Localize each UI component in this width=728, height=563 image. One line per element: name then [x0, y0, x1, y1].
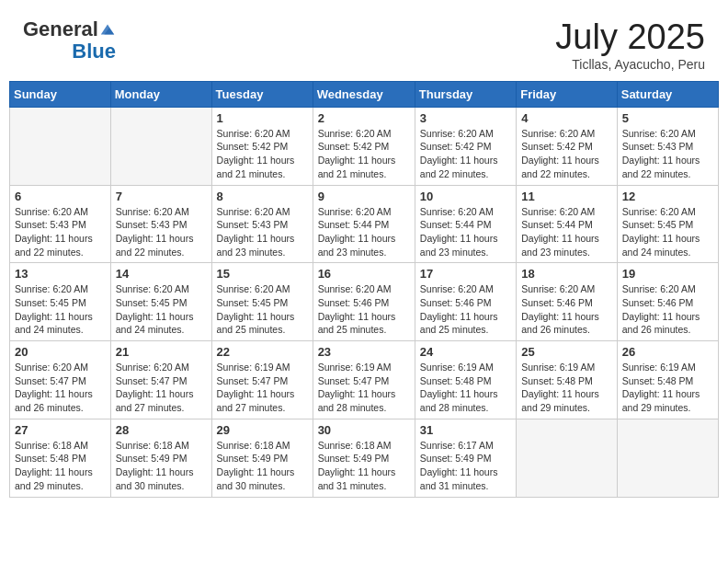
calendar-cell: 26Sunrise: 6:19 AMSunset: 5:48 PMDayligh… [617, 341, 718, 419]
day-number: 22 [217, 345, 308, 359]
week-row-5: 27Sunrise: 6:18 AMSunset: 5:48 PMDayligh… [10, 419, 719, 497]
day-number: 15 [217, 267, 308, 281]
day-number: 17 [420, 267, 511, 281]
logo-blue-text: Blue [72, 40, 116, 63]
calendar-cell: 1Sunrise: 6:20 AMSunset: 5:42 PMDaylight… [211, 107, 313, 185]
cell-info: Sunrise: 6:19 AMSunset: 5:47 PMDaylight:… [318, 361, 410, 415]
cell-info: Sunrise: 6:20 AMSunset: 5:44 PMDaylight:… [420, 205, 511, 259]
weekday-header-saturday: Saturday [617, 81, 718, 107]
calendar-cell: 9Sunrise: 6:20 AMSunset: 5:44 PMDaylight… [313, 185, 415, 263]
cell-info: Sunrise: 6:20 AMSunset: 5:42 PMDaylight:… [318, 127, 410, 181]
cell-info: Sunrise: 6:20 AMSunset: 5:43 PMDaylight:… [116, 205, 207, 259]
weekday-header-tuesday: Tuesday [211, 81, 313, 107]
day-number: 24 [420, 345, 511, 359]
cell-info: Sunrise: 6:20 AMSunset: 5:43 PMDaylight:… [622, 127, 713, 181]
cell-info: Sunrise: 6:20 AMSunset: 5:45 PMDaylight:… [116, 282, 207, 337]
calendar-cell: 21Sunrise: 6:20 AMSunset: 5:47 PMDayligh… [110, 341, 211, 419]
calendar-cell: 29Sunrise: 6:18 AMSunset: 5:49 PMDayligh… [211, 419, 313, 497]
day-number: 29 [217, 423, 308, 437]
logo-general-text: General [23, 18, 98, 40]
day-number: 21 [116, 345, 207, 359]
day-number: 2 [318, 111, 410, 125]
cell-info: Sunrise: 6:18 AMSunset: 5:49 PMDaylight:… [318, 439, 410, 493]
cell-info: Sunrise: 6:20 AMSunset: 5:46 PMDaylight:… [622, 282, 713, 337]
calendar-cell: 23Sunrise: 6:19 AMSunset: 5:47 PMDayligh… [313, 341, 415, 419]
calendar-cell: 30Sunrise: 6:18 AMSunset: 5:49 PMDayligh… [313, 419, 415, 497]
weekday-header-monday: Monday [110, 81, 211, 107]
week-row-2: 6Sunrise: 6:20 AMSunset: 5:43 PMDaylight… [10, 185, 719, 263]
day-number: 4 [521, 111, 612, 125]
cell-info: Sunrise: 6:20 AMSunset: 5:46 PMDaylight:… [318, 282, 410, 337]
weekday-header-wednesday: Wednesday [313, 81, 415, 107]
calendar-cell: 15Sunrise: 6:20 AMSunset: 5:45 PMDayligh… [211, 263, 313, 341]
calendar-cell: 2Sunrise: 6:20 AMSunset: 5:42 PMDaylight… [313, 107, 415, 185]
calendar-cell: 25Sunrise: 6:19 AMSunset: 5:48 PMDayligh… [517, 341, 618, 419]
cell-info: Sunrise: 6:20 AMSunset: 5:45 PMDaylight:… [15, 282, 106, 337]
day-number: 16 [318, 267, 410, 281]
calendar-cell: 7Sunrise: 6:20 AMSunset: 5:43 PMDaylight… [110, 185, 211, 263]
calendar-cell: 24Sunrise: 6:19 AMSunset: 5:48 PMDayligh… [415, 341, 516, 419]
day-number: 12 [622, 190, 713, 203]
calendar-cell: 28Sunrise: 6:18 AMSunset: 5:49 PMDayligh… [110, 419, 211, 497]
cell-info: Sunrise: 6:20 AMSunset: 5:46 PMDaylight:… [521, 282, 612, 337]
day-number: 19 [622, 267, 713, 281]
day-number: 18 [521, 267, 612, 281]
logo: General Blue [23, 18, 116, 63]
cell-info: Sunrise: 6:20 AMSunset: 5:47 PMDaylight:… [116, 361, 207, 415]
day-number: 27 [15, 423, 106, 437]
calendar-cell: 13Sunrise: 6:20 AMSunset: 5:45 PMDayligh… [10, 263, 111, 341]
cell-info: Sunrise: 6:19 AMSunset: 5:48 PMDaylight:… [420, 361, 511, 415]
calendar-cell: 3Sunrise: 6:20 AMSunset: 5:42 PMDaylight… [415, 107, 516, 185]
day-number: 7 [116, 190, 207, 203]
cell-info: Sunrise: 6:20 AMSunset: 5:42 PMDaylight:… [521, 127, 612, 181]
cell-info: Sunrise: 6:18 AMSunset: 5:49 PMDaylight:… [116, 439, 207, 493]
cell-info: Sunrise: 6:19 AMSunset: 5:48 PMDaylight:… [622, 361, 713, 415]
day-number: 8 [217, 190, 308, 203]
calendar-cell: 12Sunrise: 6:20 AMSunset: 5:45 PMDayligh… [617, 185, 718, 263]
calendar-cell: 17Sunrise: 6:20 AMSunset: 5:46 PMDayligh… [415, 263, 516, 341]
day-number: 6 [15, 190, 106, 203]
calendar-cell: 8Sunrise: 6:20 AMSunset: 5:43 PMDaylight… [211, 185, 313, 263]
cell-info: Sunrise: 6:20 AMSunset: 5:45 PMDaylight:… [622, 205, 713, 259]
calendar-cell: 22Sunrise: 6:19 AMSunset: 5:47 PMDayligh… [211, 341, 313, 419]
header: General Blue July 2025 Ticllas, Ayacucho… [9, 9, 719, 76]
day-number: 9 [318, 190, 410, 203]
day-number: 13 [15, 267, 106, 281]
weekday-header-friday: Friday [517, 81, 618, 107]
week-row-3: 13Sunrise: 6:20 AMSunset: 5:45 PMDayligh… [10, 263, 719, 341]
day-number: 5 [622, 111, 713, 125]
location: Ticllas, Ayacucho, Peru [555, 57, 705, 72]
weekday-header-row: SundayMondayTuesdayWednesdayThursdayFrid… [10, 81, 719, 107]
calendar-cell [617, 419, 718, 497]
calendar-cell [110, 107, 211, 185]
day-number: 10 [420, 190, 511, 203]
title-block: July 2025 Ticllas, Ayacucho, Peru [555, 18, 705, 72]
calendar-cell: 5Sunrise: 6:20 AMSunset: 5:43 PMDaylight… [617, 107, 718, 185]
logo-icon [99, 21, 116, 38]
day-number: 25 [521, 345, 612, 359]
cell-info: Sunrise: 6:20 AMSunset: 5:47 PMDaylight:… [15, 361, 106, 415]
day-number: 23 [318, 345, 410, 359]
cell-info: Sunrise: 6:20 AMSunset: 5:43 PMDaylight:… [15, 205, 106, 259]
day-number: 31 [420, 423, 511, 437]
day-number: 30 [318, 423, 410, 437]
cell-info: Sunrise: 6:17 AMSunset: 5:49 PMDaylight:… [420, 439, 511, 493]
calendar-cell: 14Sunrise: 6:20 AMSunset: 5:45 PMDayligh… [110, 263, 211, 341]
cell-info: Sunrise: 6:19 AMSunset: 5:48 PMDaylight:… [521, 361, 612, 415]
day-number: 3 [420, 111, 511, 125]
week-row-1: 1Sunrise: 6:20 AMSunset: 5:42 PMDaylight… [10, 107, 719, 185]
cell-info: Sunrise: 6:20 AMSunset: 5:46 PMDaylight:… [420, 282, 511, 337]
day-number: 11 [521, 190, 612, 203]
day-number: 14 [116, 267, 207, 281]
cell-info: Sunrise: 6:20 AMSunset: 5:45 PMDaylight:… [217, 282, 308, 337]
calendar-cell: 31Sunrise: 6:17 AMSunset: 5:49 PMDayligh… [415, 419, 516, 497]
day-number: 20 [15, 345, 106, 359]
calendar-cell: 19Sunrise: 6:20 AMSunset: 5:46 PMDayligh… [617, 263, 718, 341]
day-number: 26 [622, 345, 713, 359]
calendar: SundayMondayTuesdayWednesdayThursdayFrid… [9, 81, 719, 498]
calendar-cell [517, 419, 618, 497]
day-number: 1 [217, 111, 308, 125]
calendar-cell: 16Sunrise: 6:20 AMSunset: 5:46 PMDayligh… [313, 263, 415, 341]
calendar-cell: 18Sunrise: 6:20 AMSunset: 5:46 PMDayligh… [517, 263, 618, 341]
cell-info: Sunrise: 6:20 AMSunset: 5:42 PMDaylight:… [217, 127, 308, 181]
